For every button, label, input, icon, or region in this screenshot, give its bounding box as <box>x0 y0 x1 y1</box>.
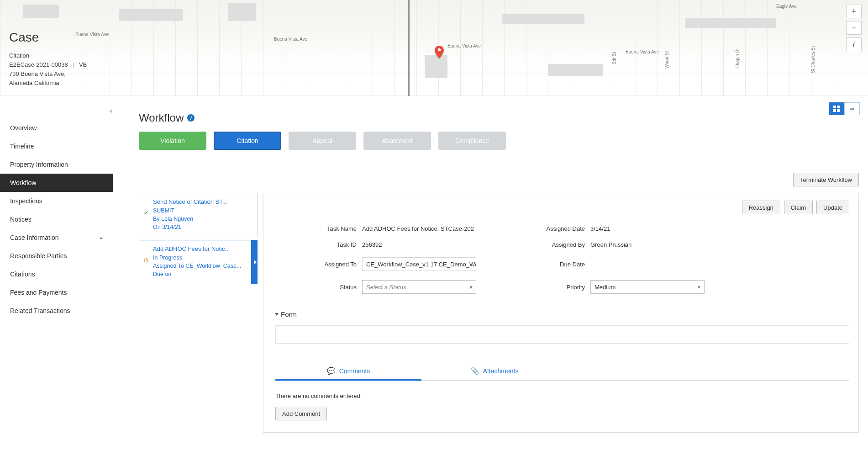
sidebar-item-property[interactable]: Property Information <box>0 155 113 174</box>
sidebar-item-label: Notices <box>10 216 32 223</box>
case-address-1: 730 Buena Vista Ave, <box>9 69 87 79</box>
task-detail-panel: Reassign Claim Update Task Name Add ADHO… <box>263 193 859 433</box>
case-code: VB <box>79 61 87 68</box>
sidebar-item-citations[interactable]: Citations <box>0 265 113 283</box>
comment-icon: 💬 <box>327 367 336 375</box>
tab-attachments[interactable]: 📎 Attachments <box>421 362 568 380</box>
status-select[interactable]: Select a Status <box>362 280 476 294</box>
case-subtitle: Citation <box>9 51 87 60</box>
form-header[interactable]: Form <box>275 310 849 318</box>
case-number: E2ECase-2021-00038 <box>9 61 68 68</box>
chevron-right-icon: ▸ <box>100 235 103 240</box>
label-assigned-date: Assigned Date <box>490 225 590 232</box>
sidebar-item-label: Responsible Parties <box>10 252 67 260</box>
terminate-workflow-button[interactable]: Terminate Workflow <box>793 173 859 186</box>
label-priority: Priority <box>490 284 590 291</box>
stage-abatement: Abatement <box>363 132 431 150</box>
sidebar-item-label: Citations <box>10 271 35 278</box>
sidebar-item-workflow[interactable]: Workflow <box>0 174 113 192</box>
task-card-submit[interactable]: ✔ Send Notice of Citation ST... SUBMIT B… <box>139 193 258 237</box>
sidebar-item-label: Property Information <box>10 161 68 168</box>
info-icon[interactable] <box>187 114 195 122</box>
map-background[interactable]: Buena Vista Ave Buena Vista Ave Buena Vi… <box>0 0 868 96</box>
value-assigned-by: Green Prussian <box>590 241 718 248</box>
clock-icon: ◷ <box>144 256 148 264</box>
task-title: Add ADHOC Fees for Notic... <box>153 245 248 254</box>
add-comment-button[interactable]: Add Comment <box>275 407 327 420</box>
sidebar-item-label: Related Transactions <box>10 307 70 314</box>
paperclip-icon: 📎 <box>471 367 479 375</box>
label-status: Status <box>275 284 362 291</box>
main-content: Workflow Violation Citation Appeal Abate… <box>113 101 868 451</box>
task-by: By Lola Nguyen <box>153 215 252 223</box>
zoom-in-button[interactable]: + <box>846 5 862 18</box>
label-due-date: Due Date <box>490 261 590 268</box>
sidebar-item-label: Timeline <box>10 143 34 150</box>
sidebar: ‹‹ Overview Timeline Property Informatio… <box>0 101 113 451</box>
label-assigned-to: Assigned To <box>275 261 362 268</box>
sidebar-item-label: Overview <box>10 124 37 132</box>
separator <box>73 63 74 68</box>
task-title: Send Notice of Citation ST... <box>153 198 252 207</box>
stage-label: Abatement <box>382 137 413 144</box>
stage-label: Violation <box>160 137 184 144</box>
page-title: Case <box>9 30 87 45</box>
check-circle-icon: ✔ <box>144 209 148 217</box>
map-info-button[interactable] <box>846 37 862 51</box>
stage-label: Compliance <box>455 137 489 144</box>
sidebar-item-label: Fees and Payments <box>10 289 67 296</box>
reassign-button[interactable]: Reassign <box>742 201 780 214</box>
update-button[interactable]: Update <box>816 201 849 214</box>
value-task-name: Add ADHOC Fees for Notice: STCase-202 <box>362 225 490 232</box>
task-card-inprogress[interactable]: ◷ Add ADHOC Fees for Notic... In Progres… <box>139 240 258 284</box>
label-task-id: Task ID <box>275 241 362 248</box>
street-label: Buena Vista Ave <box>274 37 307 42</box>
map-controls: + − <box>846 5 862 51</box>
section-title: Workflow <box>139 111 184 124</box>
sidebar-item-notices[interactable]: Notices <box>0 210 113 228</box>
triangle-down-icon <box>275 313 279 316</box>
map-pin-icon <box>435 46 444 58</box>
task-on: On 3/14/21 <box>153 223 252 231</box>
sidebar-item-overview[interactable]: Overview <box>0 119 113 137</box>
tab-label: Attachments <box>483 367 519 375</box>
street-label: Eagle Ave <box>776 4 797 9</box>
sidebar-item-inspections[interactable]: Inspections <box>0 192 113 210</box>
case-address-2: Alameda California <box>9 79 87 88</box>
stage-citation[interactable]: Citation <box>214 132 281 150</box>
stage-label: Appeal <box>312 137 332 144</box>
zoom-out-button[interactable]: − <box>846 21 862 35</box>
task-status: In Progress <box>153 254 248 262</box>
street-label: Chapin St <box>735 48 740 69</box>
case-header: Case Citation E2ECase-2021-00038 VB 730 … <box>9 30 87 88</box>
stage-violation[interactable]: Violation <box>139 132 206 150</box>
sidebar-item-responsible[interactable]: Responsible Parties <box>0 247 113 265</box>
street-label: 9th St <box>612 52 617 64</box>
value-task-id: 256392 <box>362 241 490 248</box>
sidebar-item-label: Inspections <box>10 197 42 205</box>
claim-button[interactable]: Claim <box>784 201 813 214</box>
label-assigned-by: Assigned By <box>490 241 590 248</box>
tab-comments[interactable]: 💬 Comments <box>275 362 421 380</box>
no-comments-text: There are no comments entered. <box>275 393 849 399</box>
sidebar-item-fees[interactable]: Fees and Payments <box>0 283 113 302</box>
sidebar-item-related[interactable]: Related Transactions <box>0 302 113 320</box>
stage-label: Citation <box>237 137 258 144</box>
svg-point-0 <box>438 48 441 52</box>
task-assigned: Assigned To CE_Workflow_Case... <box>153 262 248 270</box>
task-status: SUBMIT <box>153 207 252 215</box>
sidebar-item-label: Case Information <box>10 234 59 241</box>
form-label: Form <box>281 310 297 318</box>
stage-appeal: Appeal <box>289 132 356 150</box>
sidebar-item-case-info[interactable]: Case Information▸ <box>0 228 113 247</box>
sidebar-item-timeline[interactable]: Timeline <box>0 137 113 155</box>
priority-select[interactable]: Medium <box>590 280 705 294</box>
stage-compliance: Compliance <box>438 132 506 150</box>
value-assigned-to[interactable]: CE_Workflow_Case_v1 17 CE_Demo_Work <box>362 257 476 271</box>
value-assigned-date: 3/14/21 <box>590 225 718 232</box>
task-list: ✔ Send Notice of Citation ST... SUBMIT B… <box>139 193 258 287</box>
street-label: St Charles St <box>810 46 815 73</box>
form-body <box>275 325 849 344</box>
task-due: Due on <box>153 270 248 278</box>
street-label: Buena Vista Ave <box>626 49 659 54</box>
